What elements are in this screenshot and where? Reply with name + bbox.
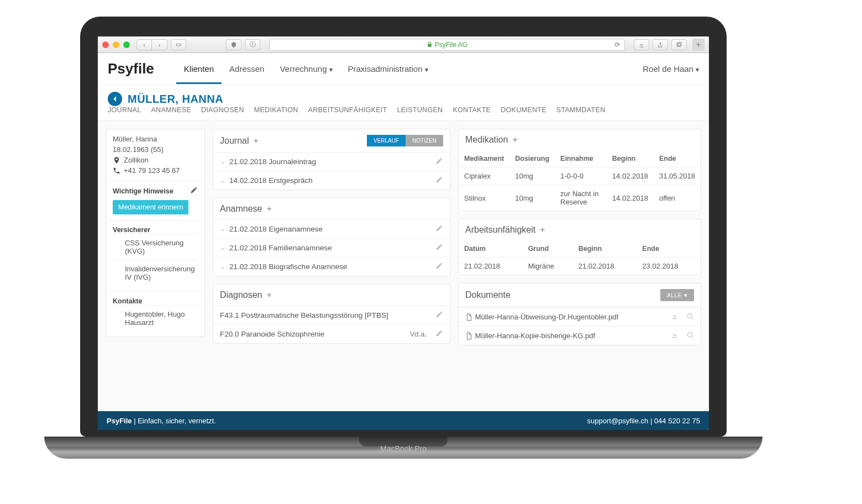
tab-anamnese[interactable]: ANAMNESE	[151, 106, 191, 114]
forward-button[interactable]: ›	[152, 39, 167, 50]
reload-icon[interactable]: ⟳	[614, 41, 620, 49]
edit-button[interactable]	[435, 262, 443, 271]
url-text: PsyFile AG	[435, 41, 467, 49]
preview-icon[interactable]	[686, 312, 694, 322]
new-tab-button[interactable]: +	[692, 39, 705, 51]
chevron-down-icon: ⌄	[220, 158, 225, 165]
patient-phone: +41 79 123 45 67	[124, 166, 180, 175]
documents-title: Dokumente	[465, 290, 511, 300]
contact-item[interactable]: Hugentobler, Hugo Hausarzt	[113, 305, 198, 331]
app-header: Psyfile Klienten Adressen Verrechnung▾ P…	[98, 53, 709, 85]
diagnosis-entry[interactable]: F20.0 Paranoide Schizophrenie Vd.a.	[213, 324, 450, 343]
patient-bar: MÜLLER, HANNA JOURNAL ANAMNESE DIAGNOSEN…	[98, 85, 709, 121]
window-controls	[102, 41, 130, 48]
chevron-down-icon: ⌄	[220, 225, 225, 233]
journal-view-toggle: VERLAUF NOTIZEN	[367, 135, 443, 146]
nav-adressen[interactable]: Adressen	[222, 54, 272, 83]
tab-journal[interactable]: JOURNAL	[108, 106, 141, 114]
journal-entry[interactable]: ⌄ 14.02.2018 Erstgespräch	[213, 171, 450, 190]
preview-icon[interactable]	[686, 331, 694, 340]
maximize-window-icon[interactable]	[123, 41, 130, 48]
chevron-down-icon: ⌄	[220, 263, 225, 270]
document-row[interactable]: Müller-Hanna-Kopie-bisherige-KG.pdf	[459, 326, 701, 345]
tab-kontakte[interactable]: KONTAKTE	[453, 106, 491, 114]
incapacity-title: Arbeitsunfähigkeit	[465, 225, 535, 235]
edit-button[interactable]	[435, 311, 443, 320]
table-row[interactable]: Stilnox10mgzur Nacht in Reserve14.02.201…	[459, 185, 701, 211]
remember-medication-button[interactable]: Medikament erinnern	[113, 200, 188, 214]
close-window-icon[interactable]	[102, 41, 109, 48]
document-row[interactable]: Müller-Hanna-Übweisung-Dr.Hugentobler.pd…	[459, 307, 701, 326]
svg-point-3	[687, 332, 692, 337]
patient-city: Zollikon	[124, 156, 149, 164]
edit-button[interactable]	[435, 329, 443, 339]
chevron-down-icon: ⌄	[220, 177, 225, 184]
svg-point-2	[687, 313, 692, 318]
anamnese-entry[interactable]: ⌄ 21.02.2018 Biografische Anamnese	[213, 257, 450, 276]
edit-button[interactable]	[435, 157, 443, 166]
edit-button[interactable]	[435, 176, 443, 185]
anamnese-entry[interactable]: ⌄ 21.02.2018 Familienanamnese	[213, 238, 450, 257]
privacy-button[interactable]	[226, 39, 241, 50]
download-icon[interactable]	[671, 312, 679, 322]
nav-klienten[interactable]: Klienten	[176, 54, 222, 83]
tab-dokumente[interactable]: DOKUMENTE	[501, 106, 546, 114]
hints-edit-button[interactable]	[190, 186, 198, 196]
tab-medikation[interactable]: MEDIKATION	[254, 106, 298, 114]
toggle-notizen[interactable]: NOTIZEN	[406, 135, 443, 146]
tab-arbeitsunfaehigkeit[interactable]: ARBEITSUNFÄHIGKEIT	[308, 106, 387, 114]
anamnese-card: Anamnese + ⌄ 21.02.2018 Eigenanamnese ⌄	[213, 198, 450, 276]
site-info-button[interactable]: ⓘ	[245, 39, 260, 50]
journal-card: Journal + VERLAUF NOTIZEN ⌄ 21.02.2018 J…	[213, 129, 450, 190]
edit-button[interactable]	[435, 224, 443, 234]
file-icon	[465, 313, 473, 321]
insurer-item[interactable]: Invalidenversicherung IV (IVG)	[113, 260, 198, 286]
insurer-item[interactable]: CSS Versicherung (KVG)	[113, 234, 198, 260]
tab-diagnosen[interactable]: DIAGNOSEN	[201, 106, 244, 114]
diagnoses-add-button[interactable]: +	[267, 290, 272, 300]
documents-filter-button[interactable]: ALLE ▾	[660, 289, 694, 301]
patient-name-line: Müller, Hanna	[113, 135, 198, 143]
incapacity-add-button[interactable]: +	[540, 225, 545, 235]
journal-title: Journal	[220, 136, 249, 146]
sidebar-toggle-button[interactable]: ▭	[171, 39, 186, 50]
app-logo[interactable]: Psyfile	[108, 60, 154, 77]
tab-stammdaten[interactable]: STAMMDATEN	[556, 106, 606, 114]
back-button[interactable]: ‹	[136, 39, 152, 50]
diagnoses-title: Diagnosen	[220, 290, 262, 300]
anamnese-title: Anamnese	[220, 204, 262, 214]
user-menu[interactable]: Roel de Haan▾	[643, 64, 699, 74]
url-bar[interactable]: PsyFile AG ⟳	[269, 39, 625, 51]
table-row[interactable]: 21.02.2018Migräne21.02.201823.02.2018	[459, 258, 701, 275]
chevron-down-icon: ▾	[329, 66, 333, 74]
medication-add-button[interactable]: +	[512, 135, 517, 145]
tab-leistungen[interactable]: LEISTUNGEN	[397, 106, 443, 114]
chevron-down-icon: ▾	[696, 66, 699, 74]
app-footer: PsyFile | Einfach, sicher, vernetzt. sup…	[98, 411, 709, 430]
medication-title: Medikation	[465, 135, 508, 145]
toggle-verlauf[interactable]: VERLAUF	[367, 135, 406, 146]
edit-button[interactable]	[435, 243, 443, 253]
patient-summary-card: Müller, Hanna 18.02.1963 (55) Zollikon +…	[106, 129, 205, 337]
table-row[interactable]: Cipralex10mg1-0-0-014.02.201831.05.2018	[459, 167, 701, 185]
share-button[interactable]	[653, 39, 668, 50]
chevron-down-icon: ▾	[684, 292, 687, 298]
diagnosis-entry[interactable]: F43.1 Posttraumatische Belastungsstörung…	[213, 306, 450, 324]
nav-praxisadministration[interactable]: Praxisadministration▾	[340, 54, 436, 83]
patient-birth-line: 18.02.1963 (55)	[113, 145, 198, 154]
nav-verrechnung[interactable]: Verrechnung▾	[272, 54, 340, 83]
anamnese-add-button[interactable]: +	[267, 204, 272, 214]
lock-icon	[427, 41, 433, 48]
tabs-button[interactable]	[671, 39, 687, 50]
journal-entry[interactable]: ⌄ 21.02.2018 Journaleintrag	[213, 153, 450, 171]
minimize-window-icon[interactable]	[113, 41, 119, 48]
laptop-base: MacBook Pro	[44, 437, 763, 459]
download-icon[interactable]	[671, 331, 679, 340]
anamnese-entry[interactable]: ⌄ 21.02.2018 Eigenanamnese	[213, 220, 450, 238]
browser-toolbar: ‹ › ▭ ⓘ PsyFile AG ⟳	[98, 36, 709, 53]
journal-add-button[interactable]: +	[253, 136, 258, 146]
back-button[interactable]	[108, 92, 122, 106]
downloads-button[interactable]	[634, 39, 649, 50]
hints-title: Wichtige Hinweise	[113, 187, 174, 195]
diagnosis-qualifier: Vd.a.	[410, 330, 427, 338]
